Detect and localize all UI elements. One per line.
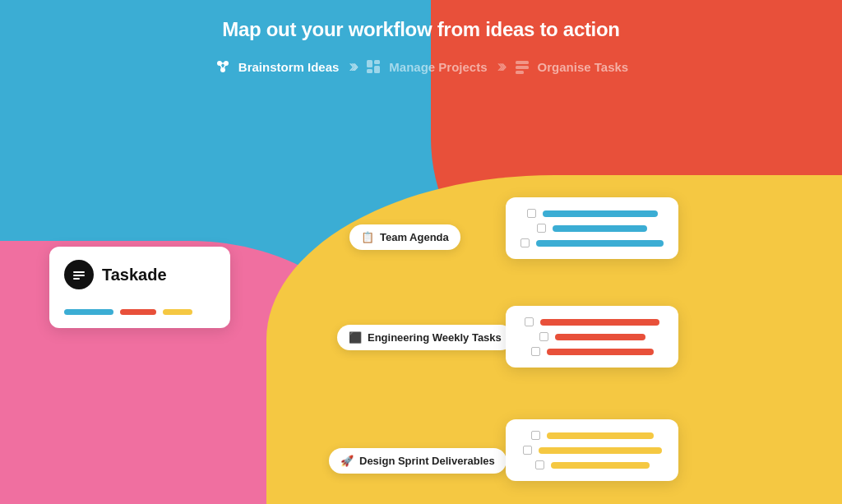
manage-icon <box>364 58 382 76</box>
task-bar <box>536 240 664 247</box>
task-row <box>531 347 654 356</box>
task-bar <box>553 225 647 232</box>
step-organise: Organise Tasks <box>513 58 629 76</box>
tasks-blue-card <box>506 197 678 259</box>
svg-rect-23 <box>73 278 80 280</box>
checkbox <box>537 224 546 233</box>
content-area: Map out your workflow from ideas to acti… <box>0 0 842 504</box>
arrow-2: ››› <box>497 56 503 77</box>
checkbox <box>520 238 530 247</box>
taskade-logo-row: Taskade <box>64 260 167 289</box>
task-bar <box>543 210 658 217</box>
svg-rect-8 <box>374 66 380 73</box>
task-row <box>535 460 650 469</box>
step-organise-label: Organise Tasks <box>538 60 629 74</box>
diagram-area: Taskade 📋 Team Agenda ⬛ Engineering Week… <box>0 90 842 504</box>
taskade-logo-icon <box>64 260 94 289</box>
bar-yellow <box>163 309 192 315</box>
branch-design-icon: 🚀 <box>340 455 354 467</box>
step-manage-label: Manage Projects <box>389 60 487 74</box>
task-bar <box>555 334 645 340</box>
svg-rect-12 <box>516 71 524 74</box>
task-bar <box>539 447 662 454</box>
branch-design-label: Design Sprint Deliverables <box>359 455 495 467</box>
arrow-1: ››› <box>349 56 354 77</box>
svg-rect-6 <box>367 60 372 67</box>
connector-lines <box>0 90 247 214</box>
svg-rect-9 <box>367 69 372 73</box>
step-manage: Manage Projects <box>364 58 487 76</box>
task-row <box>527 209 658 218</box>
svg-rect-11 <box>516 66 529 69</box>
svg-rect-7 <box>374 60 380 64</box>
task-row <box>537 224 647 233</box>
branch-engineering-icon: ⬛ <box>349 331 362 344</box>
checkbox <box>535 460 544 469</box>
task-bar <box>547 349 654 355</box>
task-row <box>539 332 645 341</box>
checkbox <box>527 209 536 218</box>
checkbox <box>531 347 540 356</box>
taskade-card: Taskade <box>49 247 230 328</box>
svg-rect-10 <box>516 61 529 64</box>
task-row <box>520 238 664 247</box>
svg-rect-21 <box>73 271 85 273</box>
organise-icon <box>513 58 531 76</box>
task-row <box>531 431 654 440</box>
page-title: Map out your workflow from ideas to acti… <box>0 0 842 41</box>
bar-red <box>120 309 156 315</box>
branch-team-agenda-icon: 📋 <box>361 231 374 243</box>
tasks-yellow-card <box>506 419 678 481</box>
task-bar <box>551 462 650 469</box>
step-brainstorm: Brainstorm Ideas <box>214 58 340 76</box>
checkbox <box>531 431 540 440</box>
tasks-red-card <box>506 306 678 368</box>
task-bar <box>540 319 659 326</box>
brainstorm-icon <box>214 58 232 76</box>
task-bar <box>547 432 654 439</box>
branch-engineering: ⬛ Engineering Weekly Tasks <box>337 325 513 350</box>
bar-blue <box>64 309 113 315</box>
branch-design: 🚀 Design Sprint Deliverables <box>329 448 507 474</box>
checkbox <box>523 446 532 455</box>
task-row <box>523 446 662 455</box>
branch-engineering-label: Engineering Weekly Tasks <box>368 331 502 344</box>
svg-rect-22 <box>73 275 85 276</box>
task-row <box>525 317 659 326</box>
step-brainstorm-label: Brainstorm Ideas <box>238 60 340 74</box>
checkbox <box>525 317 534 326</box>
taskade-name: Taskade <box>102 266 167 284</box>
taskade-bars <box>64 309 192 315</box>
workflow-steps: Brainstorm Ideas ››› Manage Projects ››› <box>0 56 842 77</box>
branch-team-agenda-label: Team Agenda <box>380 231 449 243</box>
branch-team-agenda: 📋 Team Agenda <box>349 224 460 250</box>
checkbox <box>539 332 548 341</box>
